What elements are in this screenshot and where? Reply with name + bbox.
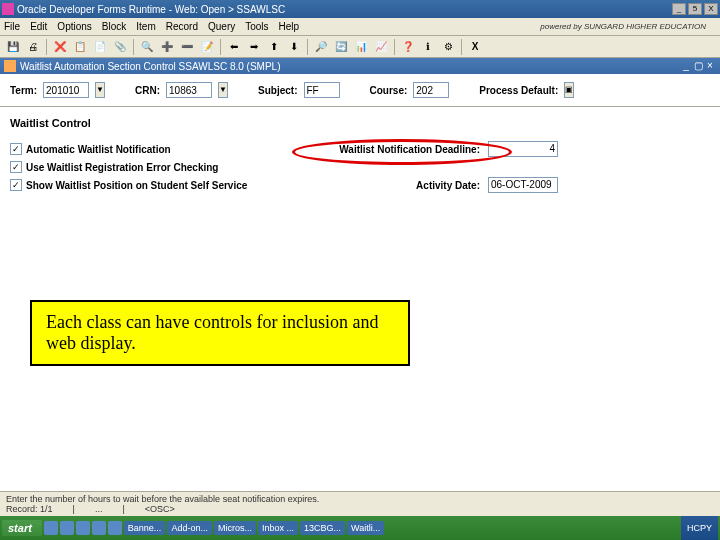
sub-restore-button[interactable]: 5 xyxy=(688,3,702,15)
deadline-label: Waitlist Notification Deadline: xyxy=(300,144,480,155)
auto-notification-checkbox[interactable]: ✓ xyxy=(10,143,22,155)
status-bar: Enter the number of hours to wait before… xyxy=(0,491,720,516)
menu-file[interactable]: File xyxy=(4,21,20,32)
taskbar-item[interactable]: Waitli... xyxy=(347,521,384,535)
taskbar-item[interactable]: Micros... xyxy=(214,521,256,535)
course-label: Course: xyxy=(370,85,408,96)
form-icon xyxy=(4,60,16,72)
window-title: Oracle Developer Forms Runtime - Web: Op… xyxy=(17,4,285,15)
app-icon xyxy=(2,3,14,15)
chart-icon[interactable]: 📈 xyxy=(372,38,390,56)
remove-icon[interactable]: ➖ xyxy=(178,38,196,56)
callout-text: Each class can have controls for inclusi… xyxy=(46,312,378,353)
select-icon[interactable]: 📄 xyxy=(91,38,109,56)
section-title: Waitlist Control xyxy=(0,107,720,135)
osc-indicator: <OSC> xyxy=(145,504,175,514)
settings-icon[interactable]: ⚙ xyxy=(439,38,457,56)
prev-icon[interactable]: ⬅ xyxy=(225,38,243,56)
activity-date-label: Activity Date: xyxy=(300,180,480,191)
menu-block[interactable]: Block xyxy=(102,21,126,32)
crn-dropdown[interactable]: ▼ xyxy=(218,82,228,98)
quick-launch-icon[interactable] xyxy=(108,521,122,535)
window-titlebar: Oracle Developer Forms Runtime - Web: Op… xyxy=(0,0,720,18)
menu-options[interactable]: Options xyxy=(57,21,91,32)
crn-label: CRN: xyxy=(135,85,160,96)
subject-input[interactable] xyxy=(304,82,340,98)
separator xyxy=(133,39,134,55)
taskbar-item[interactable]: Inbox ... xyxy=(258,521,298,535)
form-close-button[interactable]: × xyxy=(704,60,716,72)
separator xyxy=(307,39,308,55)
quick-launch-icon[interactable] xyxy=(60,521,74,535)
taskbar: start Banne... Add-on... Micros... Inbox… xyxy=(0,516,720,540)
up-icon[interactable]: ⬆ xyxy=(265,38,283,56)
brand-label: powered by SUNGARD HIGHER EDUCATION xyxy=(540,22,706,31)
add-icon[interactable]: ➕ xyxy=(158,38,176,56)
menu-record[interactable]: Record xyxy=(166,21,198,32)
form-maximize-button[interactable]: ▢ xyxy=(692,60,704,72)
exit-icon[interactable]: ❌ xyxy=(51,38,69,56)
subject-label: Subject: xyxy=(258,85,297,96)
menu-query[interactable]: Query xyxy=(208,21,235,32)
menu-tools[interactable]: Tools xyxy=(245,21,268,32)
auto-notification-label: Automatic Waitlist Notification xyxy=(26,144,171,155)
activity-date-input[interactable]: 06-OCT-2009 xyxy=(488,177,558,193)
quick-launch-icon[interactable] xyxy=(92,521,106,535)
show-position-checkbox[interactable]: ✓ xyxy=(10,179,22,191)
annotation-callout: Each class can have controls for inclusi… xyxy=(30,300,410,366)
course-input[interactable] xyxy=(413,82,449,98)
duplicate-icon[interactable]: 📝 xyxy=(198,38,216,56)
quick-launch-icon[interactable] xyxy=(76,521,90,535)
down-icon[interactable]: ⬇ xyxy=(285,38,303,56)
system-tray: HCPY xyxy=(681,516,718,540)
term-dropdown[interactable]: ▼ xyxy=(95,82,105,98)
deadline-input[interactable]: 4 xyxy=(488,141,558,157)
show-position-label: Show Waitlist Position on Student Self S… xyxy=(26,180,247,191)
menu-help[interactable]: Help xyxy=(279,21,300,32)
minimize-button[interactable]: _ xyxy=(672,3,686,15)
crn-input[interactable] xyxy=(166,82,212,98)
form-header: Waitlist Automation Section Control SSAW… xyxy=(0,58,720,74)
save-icon[interactable]: 💾 xyxy=(4,38,22,56)
term-label: Term: xyxy=(10,85,37,96)
quick-launch-icon[interactable] xyxy=(44,521,58,535)
menu-bar: File Edit Options Block Item Record Quer… xyxy=(0,18,720,36)
record-counter: Record: 1/1 xyxy=(6,504,53,514)
form-title: Waitlist Automation Section Control SSAW… xyxy=(20,61,280,72)
refresh-icon[interactable]: 🔄 xyxy=(332,38,350,56)
tray-label: HCPY xyxy=(687,523,712,533)
search-icon[interactable]: 🔍 xyxy=(138,38,156,56)
error-checking-label: Use Waitlist Registration Error Checking xyxy=(26,162,218,173)
process-default-label: Process Default: xyxy=(479,85,558,96)
taskbar-item[interactable]: 13CBG... xyxy=(300,521,345,535)
separator xyxy=(220,39,221,55)
help-icon[interactable]: ❓ xyxy=(399,38,417,56)
next-icon[interactable]: ➡ xyxy=(245,38,263,56)
taskbar-item[interactable]: Banne... xyxy=(124,521,166,535)
menu-item[interactable]: Item xyxy=(136,21,155,32)
taskbar-item[interactable]: Add-on... xyxy=(167,521,212,535)
close-window-button[interactable]: X xyxy=(704,3,718,15)
process-default-button[interactable]: ▣ xyxy=(564,82,574,98)
content-area: ✓ Automatic Waitlist Notification Waitli… xyxy=(0,135,720,237)
insert-icon[interactable]: 📎 xyxy=(111,38,129,56)
print-icon[interactable]: 🖨 xyxy=(24,38,42,56)
rollback-icon[interactable]: 📋 xyxy=(71,38,89,56)
separator xyxy=(461,39,462,55)
form-minimize-button[interactable]: _ xyxy=(680,60,692,72)
info-icon[interactable]: ℹ xyxy=(419,38,437,56)
key-block: Term: ▼ CRN: ▼ Subject: Course: Process … xyxy=(0,74,720,107)
term-input[interactable] xyxy=(43,82,89,98)
status-hint: Enter the number of hours to wait before… xyxy=(6,494,714,504)
close-form-icon[interactable]: X xyxy=(466,38,484,56)
report-icon[interactable]: 📊 xyxy=(352,38,370,56)
error-checking-checkbox[interactable]: ✓ xyxy=(10,161,22,173)
toolbar: 💾 🖨 ❌ 📋 📄 📎 🔍 ➕ ➖ 📝 ⬅ ➡ ⬆ ⬇ 🔎 🔄 📊 📈 ❓ ℹ … xyxy=(0,36,720,58)
menu-edit[interactable]: Edit xyxy=(30,21,47,32)
separator xyxy=(394,39,395,55)
start-button[interactable]: start xyxy=(2,520,42,536)
query-icon[interactable]: 🔎 xyxy=(312,38,330,56)
separator xyxy=(46,39,47,55)
